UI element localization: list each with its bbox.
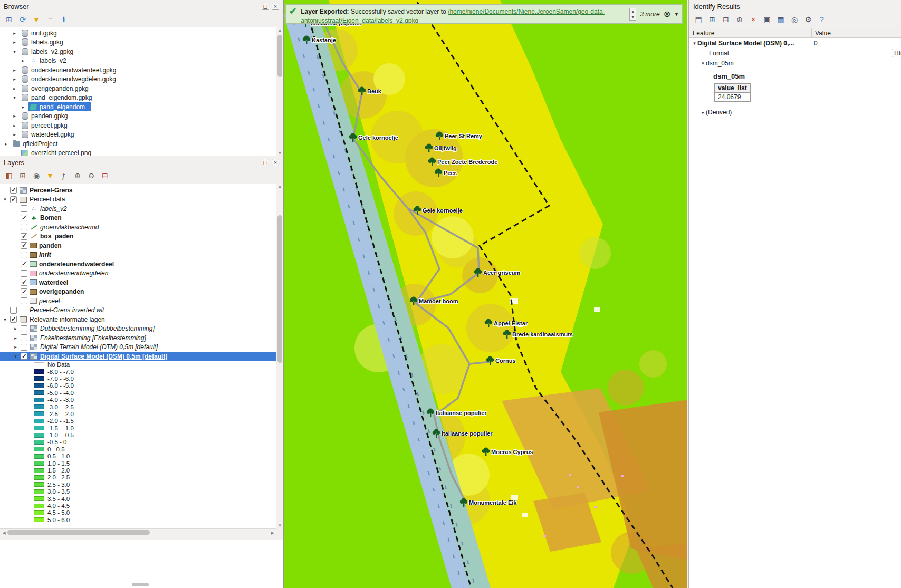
settings-icon[interactable]: ⚙ (803, 15, 813, 24)
layer-item-relevante-informatie-lagen[interactable]: ▾Relevante informatie lagen (0, 315, 276, 324)
expand-icon[interactable]: ▸ (12, 113, 17, 119)
expand-tree-icon[interactable]: ⊞ (707, 15, 717, 24)
expand-new-results-icon[interactable]: ⊕ (735, 15, 744, 24)
close-notification-icon[interactable]: ⊗ (664, 10, 670, 18)
expand-icon[interactable]: ▸ (20, 104, 26, 110)
expand-icon[interactable]: ▸ (12, 76, 17, 82)
browser-item-waterdeel-gpkg[interactable]: ▸waterdeel.gpkg (0, 130, 276, 140)
collapse-icon[interactable]: ▾ (2, 317, 8, 322)
browser-item-overzicht-perceel-png[interactable]: overzicht perceel.png (0, 149, 276, 157)
collapse-icon[interactable]: ▾ (2, 197, 8, 202)
spinner-up-icon[interactable]: ▲ (631, 9, 635, 13)
layer-item-waterdeel[interactable]: waterdeel (0, 278, 276, 287)
layer-visibility-checkbox[interactable] (21, 353, 27, 360)
layer-item-digital-terrain-model-dtm-0-5m-default[interactable]: ▸Digital Terrain Model (DTM) 0,5m [defau… (0, 343, 276, 352)
browser-item-qfieldproject[interactable]: ▸qfieldProject (0, 139, 276, 149)
layer-item-digital-surface-model-dsm-0-5m-default[interactable]: ▾Digital Surface Model (DSM) 0,5m [defau… (0, 352, 276, 361)
layer-visibility-checkbox[interactable] (21, 242, 27, 249)
add-group-icon[interactable]: ⊞ (18, 171, 27, 180)
layer-item-inrit[interactable]: inrit (0, 250, 276, 260)
collapse-icon[interactable]: ▾ (12, 49, 17, 54)
expand-icon[interactable]: ▸ (3, 141, 9, 147)
browser-item-inrit-gpkg[interactable]: ▸inrit.gpkg (0, 28, 276, 38)
expand-icon[interactable]: ▸ (20, 58, 26, 63)
open-layer-styling-icon[interactable]: ◧ (4, 171, 14, 180)
layer-item-ondersteunendwaterdeel[interactable]: ondersteunendwaterdeel (0, 259, 276, 269)
layer-visibility-checkbox[interactable] (21, 205, 27, 212)
layer-visibility-checkbox[interactable] (21, 279, 27, 286)
layer-visibility-checkbox[interactable] (21, 233, 27, 240)
collapse-all-icon[interactable]: ≡ (45, 15, 55, 24)
close-panel-icon[interactable]: × (272, 3, 279, 10)
layer-visibility-checkbox[interactable] (21, 215, 27, 221)
browser-item-perceel-gpkg[interactable]: ▸perceel.gpkg (0, 121, 276, 130)
properties-icon[interactable]: ℹ (59, 15, 69, 24)
layer-visibility-checkbox[interactable] (21, 334, 27, 341)
layer-visibility-checkbox[interactable] (21, 270, 27, 277)
expand-icon[interactable]: ▸ (12, 123, 17, 128)
filter-browser-icon[interactable]: ▼ (32, 15, 41, 24)
collapse-icon[interactable]: ▾ (692, 41, 697, 46)
expand-icon[interactable]: ▸ (12, 68, 17, 73)
layer-visibility-checkbox[interactable] (10, 196, 17, 203)
browser-item-ondersteunendwegdelen-gpkg[interactable]: ▸ondersteunendwegdelen.gpkg (0, 75, 276, 84)
identify-derived-row[interactable]: ▸ (Derived) (689, 107, 901, 117)
map-canvas[interactable]: Italiaanse populierKastanjeBeukGele korn… (283, 0, 687, 588)
browser-item-pand-eigendom-gpkg[interactable]: ▾pand_eigendom.gpkg (0, 93, 276, 103)
float-panel-icon[interactable]: ◻ (262, 3, 269, 10)
float-panel-icon[interactable]: ◻ (262, 159, 269, 166)
open-form-icon[interactable]: ▤ (694, 15, 703, 24)
spinner-down-icon[interactable]: ▼ (631, 15, 635, 19)
layer-visibility-checkbox[interactable] (21, 325, 27, 332)
layer-item-bos-paden[interactable]: bos_paden (0, 232, 276, 242)
clear-results-icon[interactable]: × (749, 15, 758, 24)
expand-icon[interactable]: ▸ (12, 31, 17, 36)
layer-visibility-checkbox[interactable] (10, 187, 17, 194)
layer-item-labels-v2[interactable]: ∴labels_v2 (0, 204, 276, 214)
message-stack-spinner[interactable]: ▲ ▼ (629, 8, 636, 21)
layer-item-enkelbestemming-enkelbestemming[interactable]: ▸Enkelbestemming [Enkelbestemming] (0, 333, 276, 343)
collapse-all-icon[interactable]: ⊖ (87, 171, 96, 180)
manage-map-themes-icon[interactable]: ◉ (32, 171, 41, 180)
browser-tree[interactable]: ▸inrit.gpkg▸labels.gpkg▾labels_v2.gpkg▸∴… (0, 27, 276, 156)
layers-vertical-scrollbar[interactable]: ▲ ▼ (276, 184, 283, 528)
layer-visibility-checkbox[interactable] (21, 297, 27, 304)
expand-icon[interactable]: ▸ (12, 132, 17, 137)
layer-visibility-checkbox[interactable] (21, 252, 27, 258)
browser-item-pand-eigendom[interactable]: ▸pand_eigendom (0, 102, 276, 112)
layer-item-perceel-grens[interactable]: Perceel-Grens (0, 186, 276, 195)
browser-item-labels-v2-gpkg[interactable]: ▾labels_v2.gpkg (0, 47, 276, 56)
refresh-icon[interactable]: ⟳ (18, 15, 27, 24)
expand-icon[interactable]: ▸ (12, 40, 17, 45)
collapse-icon[interactable]: ▾ (12, 95, 17, 100)
layer-visibility-checkbox[interactable] (21, 344, 27, 351)
layer-item-bomen[interactable]: ♣Bomen (0, 214, 276, 223)
layer-item-overigepanden[interactable]: overigepanden (0, 287, 276, 297)
layer-item-panden[interactable]: panden (0, 241, 276, 250)
expand-all-icon[interactable]: ⊕ (73, 171, 82, 180)
identify-root-row[interactable]: ▾ Digital Surface Model (DSM) 0,... 0 (689, 38, 901, 48)
browser-item-ondersteunendwaterdeel-gpkg[interactable]: ▸ondersteunendwaterdeel.gpkg (0, 65, 276, 75)
layer-item-perceel[interactable]: perceel (0, 296, 276, 306)
layer-visibility-checkbox[interactable] (21, 224, 27, 230)
layer-visibility-checkbox[interactable] (10, 307, 17, 314)
expand-icon[interactable]: ▸ (13, 335, 18, 341)
identify-group-row[interactable]: ▾ dsm_05m (689, 58, 901, 68)
expand-icon[interactable]: ▸ (13, 344, 18, 350)
layer-visibility-checkbox[interactable] (21, 261, 27, 267)
browser-item-labels-gpkg[interactable]: ▸labels.gpkg (0, 38, 276, 47)
expand-icon[interactable]: ▸ (12, 86, 17, 91)
notification-dropdown-icon[interactable]: ▼ (674, 12, 679, 17)
add-selected-layers-icon[interactable]: ⊞ (4, 15, 14, 24)
browser-item-panden-gpkg[interactable]: ▸panden.gpkg (0, 112, 276, 121)
filter-legend-icon[interactable]: ▼ (45, 171, 55, 180)
expand-icon[interactable]: ▸ (13, 326, 18, 331)
layer-item-perceel-grens-inverted-wit[interactable]: Perceel-Grens inverted wit (0, 306, 276, 315)
layer-item-groenvlakbeschermd[interactable]: groenvlakbeschermd (0, 223, 276, 232)
layer-visibility-checkbox[interactable] (21, 288, 27, 295)
layer-item-perceel-data[interactable]: ▾Perceel data (0, 195, 276, 205)
remove-layer-icon[interactable]: ⊟ (100, 171, 110, 180)
layer-visibility-checkbox[interactable] (10, 316, 17, 323)
collapse-icon[interactable]: ▾ (13, 354, 18, 359)
layers-tree[interactable]: Perceel-Grens▾Perceel data∴labels_v2♣Bom… (0, 184, 276, 528)
